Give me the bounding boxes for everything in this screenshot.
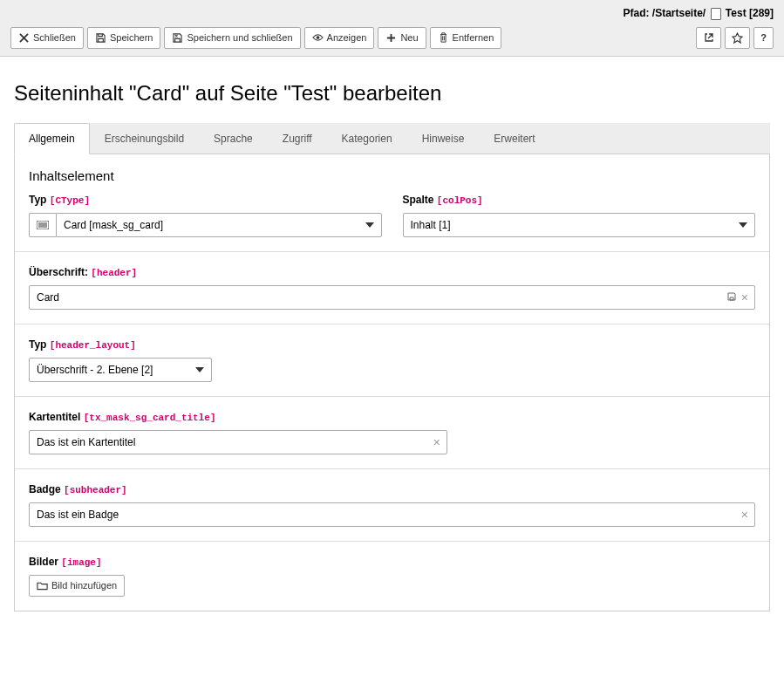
tab-extended[interactable]: Erweitert: [479, 123, 549, 154]
close-button[interactable]: Schließen: [10, 27, 84, 49]
save-button[interactable]: Speichern: [87, 27, 161, 49]
header-input[interactable]: [29, 285, 755, 310]
tab-categories[interactable]: Kategorien: [327, 123, 407, 154]
save-indicator-icon: [727, 291, 736, 304]
add-image-button[interactable]: Bild hinzufügen: [29, 575, 125, 597]
content-type-icon: [29, 213, 56, 237]
save-close-button[interactable]: Speichern und schließen: [164, 27, 300, 49]
breadcrumb-root[interactable]: /Startseite/: [652, 7, 706, 19]
column-select[interactable]: Inhalt [1]: [403, 213, 756, 237]
eye-icon: [312, 32, 324, 44]
tab-access[interactable]: Zugriff: [268, 123, 327, 154]
star-icon: [732, 32, 743, 44]
tab-language[interactable]: Sprache: [199, 123, 268, 154]
breadcrumb: Pfad: /Startseite/ Test [289]: [10, 7, 774, 20]
tabs: Allgemein Erscheinungsbild Sprache Zugri…: [14, 123, 770, 154]
header-layout-select[interactable]: Überschrift - 2. Ebene [2]: [29, 358, 212, 382]
save-icon: [95, 32, 106, 44]
svg-point-0: [316, 36, 319, 39]
folder-icon: [37, 580, 48, 591]
badge-input[interactable]: [29, 502, 755, 527]
header-layout-label: Typ [header_layout]: [29, 338, 755, 351]
plus-icon: [385, 32, 397, 44]
help-button[interactable]: ?: [753, 27, 774, 49]
view-button[interactable]: Anzeigen: [304, 27, 375, 49]
page-title: Seiteninhalt "Card" auf Seite "Test" bea…: [14, 81, 770, 106]
page-icon: [711, 8, 721, 20]
save-close-icon: [172, 32, 183, 44]
bookmark-button[interactable]: [725, 27, 750, 49]
images-label: Bilder [image]: [29, 556, 755, 568]
section-title: Inhaltselement: [29, 168, 755, 183]
share-button[interactable]: [696, 27, 721, 49]
column-label: Spalte [colPos]: [403, 194, 756, 206]
type-select[interactable]: Card [mask_sg_card]: [56, 213, 382, 237]
clear-icon[interactable]: ×: [433, 435, 440, 449]
badge-label: Badge [subheader]: [29, 483, 755, 495]
new-button[interactable]: Neu: [378, 27, 426, 49]
clear-icon[interactable]: ×: [741, 290, 748, 304]
type-label: Typ [CType]: [29, 194, 382, 206]
external-link-icon: [703, 32, 714, 44]
close-icon: [18, 32, 30, 44]
tab-general[interactable]: Allgemein: [14, 123, 90, 154]
tab-appearance[interactable]: Erscheinungsbild: [90, 123, 199, 154]
trash-icon: [438, 32, 449, 44]
tab-notes[interactable]: Hinweise: [407, 123, 480, 154]
header-label: Überschrift: [header]: [29, 266, 755, 278]
card-title-label: Kartentitel [tx_mask_sg_card_title]: [29, 411, 447, 423]
clear-icon[interactable]: ×: [741, 508, 748, 522]
card-title-input[interactable]: [29, 430, 447, 454]
delete-button[interactable]: Entfernen: [430, 27, 502, 49]
